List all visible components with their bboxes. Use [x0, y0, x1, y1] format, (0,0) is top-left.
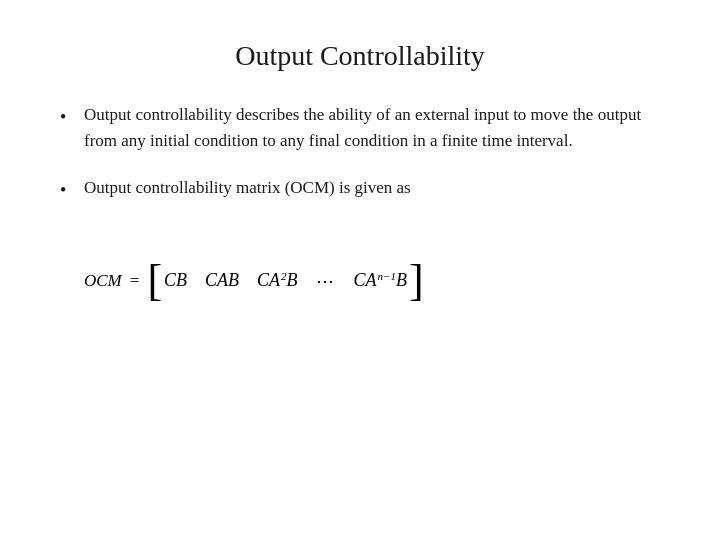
matrix-bracket-left: [	[147, 259, 162, 303]
slide-title: Output Controllability	[60, 40, 660, 72]
matrix-term-cab: CAB	[205, 270, 239, 291]
bullet-item-1: • Output controllability describes the a…	[60, 102, 660, 155]
bullet-section: • Output controllability describes the a…	[60, 102, 660, 225]
bullet-text-2: Output controllability matrix (OCM) is g…	[84, 175, 660, 201]
bullet-dot-2: •	[60, 177, 84, 205]
formula-equals: =	[130, 271, 140, 291]
slide: Output Controllability • Output controll…	[0, 0, 720, 540]
formula-container: OCM = [ CB CAB CA2B ⋯ CAn−1B ]	[84, 259, 660, 303]
matrix-term-ca2b: CA2B	[257, 270, 298, 291]
matrix-cdots: ⋯	[316, 270, 336, 292]
bullet-dot-1: •	[60, 104, 84, 132]
formula-lhs: OCM	[84, 271, 122, 291]
superscript-2: 2	[281, 270, 287, 282]
bullet-text-1: Output controllability describes the abi…	[84, 102, 660, 155]
matrix-bracket-right: ]	[409, 259, 424, 303]
matrix-term-can1b: CAn−1B	[354, 270, 407, 291]
bullet-item-2: • Output controllability matrix (OCM) is…	[60, 175, 660, 205]
matrix-term-cb: CB	[164, 270, 187, 291]
formula: OCM = [ CB CAB CA2B ⋯ CAn−1B ]	[84, 259, 424, 303]
matrix-content: CB CAB CA2B ⋯ CAn−1B	[164, 270, 407, 292]
superscript-n1: n−1	[378, 270, 396, 282]
